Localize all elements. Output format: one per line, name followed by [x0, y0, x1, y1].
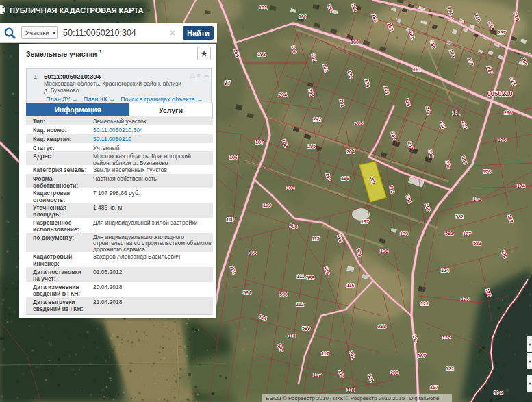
svg-text:581: 581: [445, 230, 453, 236]
svg-text:109: 109: [263, 202, 271, 208]
svg-text:175: 175: [498, 137, 506, 143]
svg-text:167: 167: [418, 353, 426, 359]
svg-text:295: 295: [307, 143, 316, 149]
svg-text:294: 294: [279, 92, 287, 98]
svg-text:117: 117: [313, 372, 321, 378]
svg-text:298: 298: [390, 370, 398, 376]
svg-text:108: 108: [286, 185, 294, 191]
svg-text:97: 97: [224, 79, 231, 86]
svg-text:112: 112: [296, 301, 304, 307]
svg-text:292: 292: [313, 116, 321, 123]
svg-text:0050210: 0050210: [487, 90, 513, 97]
svg-text:125: 125: [461, 296, 469, 302]
svg-text:161: 161: [413, 66, 421, 73]
svg-text:198: 198: [380, 248, 388, 254]
svg-text:117: 117: [321, 351, 329, 357]
svg-text:50 м: 50 м: [494, 390, 503, 395]
svg-text:118: 118: [346, 387, 355, 393]
svg-text:298: 298: [378, 323, 386, 329]
svg-text:БЭСЦ © Росреестр 2010 | ПКК ©: БЭСЦ © Росреестр 2010 | ПКК © Росреестр …: [266, 395, 440, 401]
svg-text:192: 192: [257, 51, 266, 58]
svg-text:196: 196: [341, 175, 349, 181]
svg-text:160: 160: [351, 39, 359, 45]
svg-text:590: 590: [279, 291, 288, 297]
svg-text:205: 205: [355, 120, 363, 126]
svg-text:160: 160: [299, 14, 307, 20]
svg-text:167: 167: [430, 384, 438, 390]
svg-text:174: 174: [517, 183, 525, 189]
svg-text:204: 204: [346, 149, 355, 155]
svg-text:121: 121: [420, 301, 429, 307]
svg-text:199: 199: [400, 231, 408, 237]
svg-text:122: 122: [442, 335, 451, 341]
svg-text:173: 173: [483, 168, 491, 175]
svg-text:165: 165: [249, 250, 257, 256]
svg-text:191: 191: [259, 5, 267, 11]
svg-text:127: 127: [463, 231, 471, 237]
svg-text:171: 171: [473, 196, 481, 202]
svg-text:106: 106: [229, 154, 238, 160]
svg-text:582: 582: [455, 214, 464, 220]
svg-text:588: 588: [306, 275, 314, 281]
svg-text:110: 110: [226, 216, 234, 223]
svg-text:237: 237: [498, 29, 506, 36]
svg-text:122: 122: [446, 366, 454, 372]
svg-text:115: 115: [312, 236, 320, 242]
svg-text:589: 589: [302, 325, 310, 331]
svg-text:111: 111: [296, 273, 304, 279]
svg-text:107: 107: [255, 139, 264, 145]
svg-text:583: 583: [473, 240, 481, 247]
svg-text:124: 124: [441, 267, 449, 273]
svg-text:11: 11: [452, 109, 460, 117]
svg-text:584: 584: [243, 290, 251, 296]
svg-text:113: 113: [288, 333, 296, 339]
svg-text:286: 286: [504, 110, 512, 116]
svg-text:116: 116: [346, 282, 355, 288]
svg-text:197: 197: [361, 218, 369, 225]
